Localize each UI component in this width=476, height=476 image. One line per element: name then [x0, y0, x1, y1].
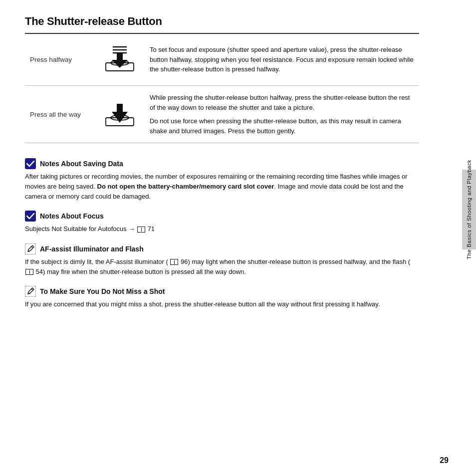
svg-rect-16	[25, 286, 36, 297]
svg-line-17	[31, 289, 33, 290]
svg-rect-13	[25, 243, 36, 254]
pencil-icon	[25, 243, 36, 254]
note-focus: Notes About Focus Subjects Not Suitable …	[25, 211, 419, 234]
note-header-focus: Notes About Focus	[25, 211, 419, 222]
ref-book-icon-3	[25, 269, 33, 275]
note-af-assist: AF-assist Illuminator and Flash If the s…	[25, 243, 419, 277]
svg-rect-9	[117, 104, 123, 112]
table-row: Press halfway	[25, 34, 419, 86]
note-title-focus: Notes About Focus	[40, 212, 104, 220]
side-tab: The Basics of Shooting and Playback	[462, 170, 476, 249]
ref-book-icon-2	[170, 259, 178, 265]
note-title-af: AF-assist Illuminator and Flash	[40, 245, 144, 253]
row-label-halfway: Press halfway	[25, 34, 95, 86]
row-desc-allway: While pressing the shutter-release butto…	[145, 86, 419, 143]
svg-rect-5	[117, 53, 123, 60]
svg-line-14	[31, 246, 33, 248]
page-title: The Shutter-release Button	[25, 15, 419, 28]
ref-book-icon	[137, 227, 145, 233]
note-body-af: If the subject is dimly lit, the AF-assi…	[25, 257, 419, 277]
note-miss-shot: To Make Sure You Do Not Miss a Shot If y…	[25, 286, 419, 309]
table-row: Press all the way While pressing the shu…	[25, 86, 419, 143]
note-body-miss: If you are concerned that you might miss…	[25, 299, 419, 309]
notes-section: Notes About Saving Data After taking pic…	[25, 158, 419, 309]
shutter-allway-icon	[102, 96, 138, 132]
note-header-af: AF-assist Illuminator and Flash	[25, 243, 419, 254]
row-label-allway: Press all the way	[25, 86, 95, 143]
shutter-table: Press halfway	[25, 34, 419, 143]
row-icon-allway	[95, 86, 145, 143]
row-icon-halfway	[95, 34, 145, 86]
note-body-saving: After taking pictures or recording movie…	[25, 172, 419, 202]
check-icon	[25, 158, 36, 169]
note-header-saving: Notes About Saving Data	[25, 158, 419, 169]
row-desc-halfway: To set focus and exposure (shutter speed…	[145, 34, 419, 86]
pencil-icon-2	[25, 286, 36, 297]
svg-marker-6	[112, 60, 128, 68]
note-saving-data: Notes About Saving Data After taking pic…	[25, 158, 419, 202]
svg-marker-10	[112, 112, 128, 123]
side-tab-text: The Basics of Shooting and Playback	[466, 160, 472, 259]
page-number: 29	[440, 456, 449, 465]
shutter-halfway-icon	[102, 41, 138, 77]
note-title-miss: To Make Sure You Do Not Miss a Shot	[40, 287, 165, 295]
check-icon-2	[25, 211, 36, 222]
note-body-focus: Subjects Not Suitable for Autofocus → 71	[25, 224, 419, 234]
note-title-saving: Notes About Saving Data	[40, 160, 123, 168]
note-header-miss: To Make Sure You Do Not Miss a Shot	[25, 286, 419, 297]
